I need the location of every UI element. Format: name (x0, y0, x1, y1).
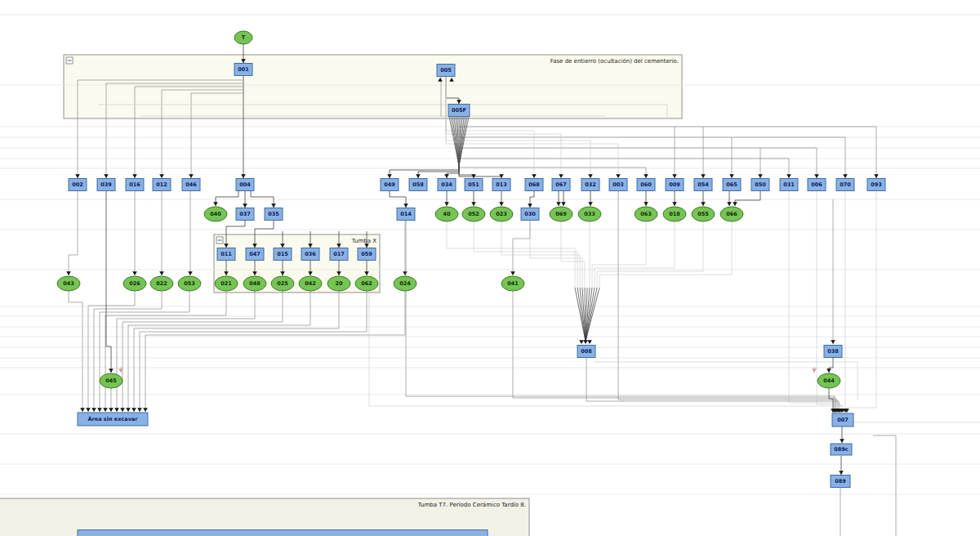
node-label: 013 (496, 181, 507, 188)
node-026[interactable]: 026 (123, 276, 146, 291)
node-055[interactable]: 055 (692, 207, 715, 221)
node-006[interactable]: 006 (808, 179, 826, 191)
node-039[interactable]: 039 (97, 179, 115, 191)
node-069[interactable]: 069 (550, 207, 572, 221)
node-068[interactable]: 068 (525, 179, 543, 191)
node-023[interactable]: 023 (490, 207, 513, 221)
node-093[interactable]: 093 (867, 179, 885, 191)
node-017[interactable]: 017 (330, 248, 348, 261)
node-047[interactable]: 047 (246, 248, 264, 261)
node-030[interactable]: 030 (521, 208, 539, 221)
node-018[interactable]: 018 (663, 207, 686, 221)
node-label: 063 (640, 211, 652, 217)
node-label: 067 (555, 181, 567, 188)
node-035[interactable]: 035 (265, 208, 283, 221)
node-label: 041 (507, 280, 519, 287)
group-label: Tumba T7. Período Cerámico Tardío 8. (417, 502, 526, 508)
node-062[interactable]: 062 (355, 276, 378, 291)
node-050[interactable]: 050 (751, 179, 769, 191)
node-067[interactable]: 067 (552, 179, 570, 191)
node-label: 038 (827, 348, 839, 355)
node-002[interactable]: 002 (69, 179, 87, 191)
node-041[interactable]: 041 (501, 276, 524, 291)
node-045[interactable]: 045 (100, 373, 122, 388)
node-label: 040 (210, 211, 221, 217)
node-label: 001 (238, 66, 249, 73)
node-044[interactable]: 044 (817, 373, 840, 388)
node-058[interactable]: 058 (409, 179, 427, 191)
node-005F[interactable]: 005F (448, 105, 470, 117)
node-070[interactable]: 070 (836, 179, 854, 191)
node-004[interactable]: 004 (236, 179, 254, 191)
node-040[interactable]: 040 (204, 207, 227, 221)
node-051[interactable]: 051 (465, 179, 483, 191)
node-015[interactable]: 015 (274, 248, 292, 261)
node-020[interactable]: 20 (327, 276, 350, 291)
node-label: 022 (156, 280, 167, 287)
node-060[interactable]: 060 (637, 179, 655, 191)
node-label: 007 (837, 417, 849, 423)
node-label: 016 (129, 181, 140, 188)
node-label: 037 (239, 211, 251, 217)
node-012[interactable]: 012 (153, 179, 171, 191)
node-label: 035 (268, 211, 279, 217)
node-066[interactable]: 066 (720, 207, 743, 221)
node-label: 050 (755, 181, 766, 188)
node-013[interactable]: 013 (492, 179, 510, 191)
node-014[interactable]: 014 (397, 208, 415, 221)
node-036[interactable]: 036 (301, 248, 319, 261)
node-label: 026 (129, 280, 140, 287)
node-042[interactable]: 042 (299, 276, 322, 291)
node-label: 011 (220, 251, 232, 257)
node-048[interactable]: 048 (243, 276, 266, 291)
node-025[interactable]: 025 (271, 276, 294, 291)
node-052[interactable]: 052 (462, 207, 485, 221)
node-065[interactable]: 065 (723, 179, 741, 191)
node-label: 047 (249, 251, 261, 257)
node-053[interactable]: 053 (178, 276, 201, 291)
group-label: Tumba X (351, 238, 376, 244)
node-009[interactable]: 009 (666, 179, 684, 191)
node-003[interactable]: 003 (609, 179, 627, 191)
node-label: 060 (640, 181, 652, 188)
node-label: 045 (105, 377, 117, 384)
node-034[interactable]: 034 (438, 179, 456, 191)
node-063[interactable]: 063 (635, 207, 657, 221)
node-label: 051 (468, 181, 479, 188)
node-label: 058 (412, 181, 424, 188)
harris-matrix-svg: Fase de entierro (ocultación) del cement… (0, 0, 980, 536)
node-011[interactable]: 011 (217, 248, 235, 261)
node-059[interactable]: 059 (358, 248, 376, 261)
node-033[interactable]: 033 (578, 207, 601, 221)
node-label: 042 (305, 280, 316, 287)
node-032[interactable]: 032 (581, 179, 599, 191)
node-label: 030 (524, 211, 536, 217)
node-T[interactable]: T (234, 31, 252, 44)
node-008[interactable]: 008 (577, 346, 595, 358)
node-037[interactable]: 037 (236, 208, 254, 221)
node-031[interactable]: 031 (780, 179, 798, 191)
node-001[interactable]: 001 (234, 64, 252, 76)
node-024[interactable]: 024 (394, 276, 416, 291)
node-label: 093 (871, 181, 882, 188)
node-g40[interactable]: 40 (435, 207, 458, 221)
node-089c[interactable]: 089c (831, 444, 852, 455)
node-089[interactable]: 089 (831, 476, 850, 488)
node-043[interactable]: 043 (57, 276, 80, 291)
node-054[interactable]: 054 (694, 179, 712, 191)
node-strip[interactable] (78, 530, 488, 536)
node-021[interactable]: 021 (215, 276, 238, 291)
node-label: 018 (669, 211, 680, 217)
node-022[interactable]: 022 (150, 276, 173, 291)
group-label: Fase de entierro (ocultación) del cement… (550, 58, 679, 65)
node-038[interactable]: 038 (824, 346, 842, 358)
node-label: 069 (555, 211, 567, 217)
node-016[interactable]: 016 (126, 179, 144, 191)
node-label: 008 (581, 348, 592, 355)
node-005[interactable]: 005 (437, 65, 455, 77)
node-046[interactable]: 046 (182, 179, 200, 191)
node-area[interactable]: Área sin excavar (78, 413, 148, 426)
node-049[interactable]: 049 (381, 179, 399, 191)
node-007[interactable]: 007 (832, 413, 853, 427)
diagram-canvas: Fase de entierro (ocultación) del cement… (0, 0, 980, 536)
